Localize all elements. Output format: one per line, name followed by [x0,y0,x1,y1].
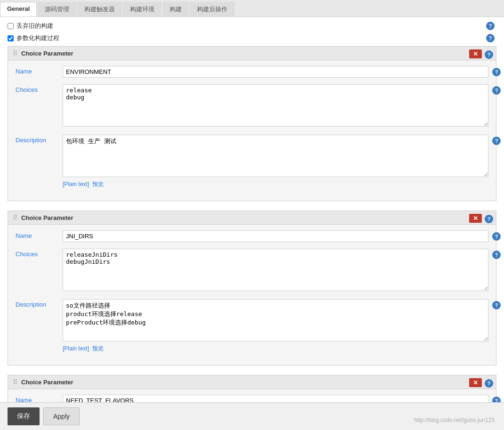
param-block-1-help-icon[interactable]: ? [485,50,493,59]
param1-preview-anchor[interactable]: 预览 [92,181,104,187]
delete-param-1-button[interactable]: ✕ [469,49,482,58]
parametrized-help-icon[interactable]: ? [486,34,495,42]
param2-choices-help-icon[interactable]: ? [492,251,501,259]
param2-choices-wrap: releaseJniDirs debugJniDirs ? [63,249,488,292]
param1-desc-label: Description [16,135,63,144]
param-block-2-body: Name ? Choices releaseJniDirs debugJniDi… [8,225,496,365]
param1-choices-wrap: release debug ? [63,84,488,128]
param-block-1-title: Choice Parameter [21,50,491,57]
param1-choices-help-icon[interactable]: ? [492,86,501,95]
delete-param-2-button[interactable]: ✕ [469,214,482,223]
param1-plain-text-link: [Plain text] 预览 [63,180,104,188]
discard-old-label: 丢弃旧的构建 [16,22,53,30]
parametrized-row: 参数化构建过程 ? [8,34,496,42]
param2-name-help-icon[interactable]: ? [492,232,501,241]
param1-desc-textarea[interactable]: 包环境 生产 测试 [63,135,488,177]
param1-plain-text-anchor[interactable]: [Plain text] [63,181,89,187]
delete-param-3-button[interactable]: ✕ [469,378,482,387]
save-button[interactable]: 保存 [8,407,40,425]
tab-source[interactable]: 源码管理 [38,2,76,16]
param1-name-wrap: ? [63,66,488,78]
apply-button[interactable]: Apply [43,407,80,425]
drag-handle-2[interactable]: ⠿ [13,214,17,221]
param2-preview-anchor[interactable]: 预览 [92,345,104,352]
parametrized-checkbox[interactable] [8,35,14,41]
watermark: http://blog.csdn.net/gubo.jun123 [414,417,495,423]
param-block-1-header: ⠿ Choice Parameter [8,47,496,60]
drag-handle-1[interactable]: ⠿ [13,49,17,57]
tab-env[interactable]: 构建环境 [123,2,162,16]
param1-name-help-icon[interactable]: ? [492,68,501,76]
param2-name-label: Name [16,230,63,239]
param-block-2-header: ⠿ Choice Parameter [8,211,496,225]
main-content: 丢弃旧的构建 ? 参数化构建过程 ? ⠿ Choice Parameter ✕ … [0,17,504,430]
param2-plain-text-link: [Plain text] 预览 [63,345,104,353]
param1-choices-row: Choices release debug ? [16,84,488,128]
tab-build[interactable]: 构建 [163,2,189,16]
param2-name-row: Name ? [16,230,488,242]
tab-general[interactable]: General [0,2,37,16]
param-block-2-help-icon[interactable]: ? [485,215,493,223]
param2-choices-row: Choices releaseJniDirs debugJniDirs ? [16,249,488,292]
tab-triggers[interactable]: 构建触发器 [77,2,122,16]
param-block-2: ⠿ Choice Parameter ✕ ? Name ? Choices re… [8,211,496,365]
param2-name-input[interactable] [63,230,488,242]
param1-choices-label: Choices [16,84,63,93]
param-block-3-title: Choice Parameter [21,379,491,386]
param-block-3-help-icon[interactable]: ? [485,379,493,388]
param2-desc-label: Description [16,299,63,308]
param1-name-row: Name ? [16,66,488,78]
param-block-1-body: Name ? Choices release debug ? Descripti… [8,60,496,201]
discard-old-help-icon[interactable]: ? [486,22,495,30]
param1-desc-help-icon[interactable]: ? [492,137,501,145]
param2-choices-label: Choices [16,249,63,258]
bottom-bar: 保存 Apply [0,402,504,430]
param1-desc-row: Description 包环境 生产 测试 ? [Plain text] 预览 [16,135,488,188]
param2-desc-help-icon[interactable]: ? [492,301,501,309]
parametrized-label: 参数化构建过程 [16,34,59,42]
discard-old-checkbox[interactable] [8,23,14,29]
param1-choices-textarea[interactable]: release debug [63,84,488,127]
param2-desc-row: Description so文件路径选择 product环境选择release … [16,299,488,353]
param2-desc-wrap: so文件路径选择 product环境选择release preProduct环境… [63,299,488,353]
param-block-2-title: Choice Parameter [21,214,491,221]
param-block-1: ⠿ Choice Parameter ✕ ? Name ? Choices re… [8,46,496,201]
param1-desc-wrap: 包环境 生产 测试 ? [Plain text] 预览 [63,135,488,188]
tab-post[interactable]: 构建后操作 [190,2,235,16]
discard-old-row: 丢弃旧的构建 ? [8,22,496,30]
param2-plain-text-anchor[interactable]: [Plain text] [63,345,89,352]
tab-bar: General 源码管理 构建触发器 构建环境 构建 构建后操作 [0,0,504,17]
drag-handle-3[interactable]: ⠿ [13,378,17,386]
param2-desc-textarea[interactable]: so文件路径选择 product环境选择release preProduct环境… [63,299,488,341]
param2-choices-textarea[interactable]: releaseJniDirs debugJniDirs [63,249,488,291]
param1-name-label: Name [16,66,63,75]
param2-name-wrap: ? [63,230,488,242]
param-block-3-header: ⠿ Choice Parameter [8,375,496,389]
param1-name-input[interactable] [63,66,488,78]
